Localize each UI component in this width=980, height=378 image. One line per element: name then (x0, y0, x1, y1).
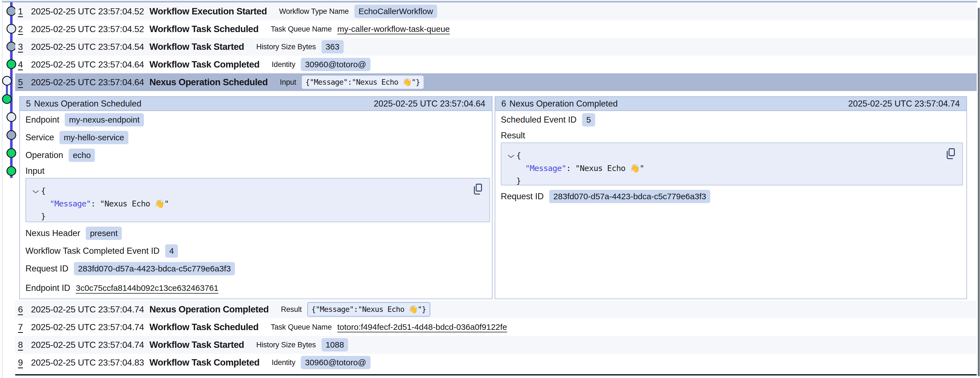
event-id: 6 (18, 305, 31, 315)
result-label: Result (495, 129, 966, 142)
event-row-1[interactable]: 1 2025-02-25 UTC 23:57:04.52 Workflow Ex… (15, 3, 977, 20)
event-dot-4 (7, 60, 16, 69)
field-label: Service (25, 132, 54, 142)
field-value-badge: 283fd070-d57a-4423-bdca-c5c779e6a3f3 (74, 262, 235, 275)
event-id-link[interactable]: 8 (18, 340, 23, 350)
event-row-9[interactable]: 9 2025-02-25 UTC 23:57:04.83 Workflow Ta… (15, 354, 977, 372)
json-line-open: { (41, 185, 490, 197)
event-row-2[interactable]: 2 2025-02-25 UTC 23:57:04.52 Workflow Ta… (15, 20, 977, 38)
json-line-close: } (41, 210, 490, 223)
event-timestamp: 2025-02-25 UTC 23:57:04.74 (31, 305, 150, 315)
json-value: "Nexus Echo 👋" (100, 199, 169, 208)
event-detail-label: Identity (272, 60, 295, 69)
event-row-3[interactable]: 3 2025-02-25 UTC 23:57:04.54 Workflow Ta… (15, 38, 977, 56)
event-detail-value-badge: 1088 (321, 338, 348, 351)
event-detail-label: Task Queue Name (270, 323, 332, 332)
event-detail-label: Task Queue Name (270, 25, 332, 33)
json-line-message: "Message": "Nexus Echo 👋" (516, 162, 962, 175)
json-collapse-chevron[interactable] (32, 190, 39, 194)
panel-event-name: Nexus Operation Completed (509, 99, 617, 109)
event-detail-label: History Size Bytes (256, 341, 316, 349)
event-id-link[interactable]: 3 (18, 42, 23, 52)
panel-header: 6 Nexus Operation Completed 2025-02-25 U… (495, 97, 966, 111)
field-value-badge: present (86, 226, 122, 240)
field-operation: Operation echo (20, 147, 492, 164)
json-line-close: } (516, 175, 962, 187)
field-value-badge: 283fd070-d57a-4423-bdca-c5c779e6a3f3 (549, 190, 710, 203)
json-collapse-chevron[interactable] (508, 154, 515, 159)
event-name: Workflow Task Started (150, 41, 244, 52)
history-scrollbar[interactable] (978, 8, 980, 376)
field-service: Service my-hello-service (20, 129, 492, 147)
json-key: "Message" (525, 164, 566, 173)
event-detail-value-badge: 30960@totoro@ (301, 356, 370, 369)
event-id: 4 (18, 59, 31, 70)
field-label: Nexus Header (25, 228, 80, 238)
input-code-block: { "Message": "Nexus Echo 👋" } (25, 178, 490, 222)
event-row-8[interactable]: 8 2025-02-25 UTC 23:57:04.74 Workflow Ta… (15, 336, 977, 354)
event-detail-value-badge: 30960@totoro@ (301, 58, 370, 71)
event-id-link[interactable]: 1 (18, 6, 23, 16)
event-name: Workflow Task Scheduled (150, 24, 258, 34)
copy-button[interactable] (945, 147, 956, 159)
event-row-5-selected[interactable]: 5 2025-02-25 UTC 23:57:04.64 Nexus Opera… (15, 73, 977, 91)
event-id-link[interactable]: 6 (18, 305, 23, 314)
json-value: "Nexus Echo 👋" (575, 164, 644, 173)
event-dot-10 (7, 167, 16, 175)
field-value-badge: my-nexus-endpoint (65, 113, 143, 126)
event-detail-label: History Size Bytes (256, 43, 316, 51)
event-id-link[interactable]: 2 (18, 24, 23, 34)
copy-button[interactable] (472, 183, 484, 195)
event-id: 2 (18, 24, 31, 34)
event-id: 1 (18, 6, 31, 17)
detail-panel-nexus-operation-scheduled: 5 Nexus Operation Scheduled 2025-02-25 U… (19, 96, 493, 299)
task-queue-link[interactable]: my-caller-workflow-task-queue (337, 24, 450, 34)
event-name: Workflow Task Completed (150, 357, 259, 368)
next-section-divider (15, 374, 977, 375)
panel-timestamp: 2025-02-25 UTC 23:57:04.64 (374, 99, 485, 109)
event-timestamp: 2025-02-25 UTC 23:57:04.52 (31, 6, 150, 17)
json-line-message: "Message": "Nexus Echo 👋" (41, 197, 490, 210)
event-dot-7 (7, 113, 16, 121)
field-value-badge: 5 (582, 113, 595, 126)
event-row-4[interactable]: 4 2025-02-25 UTC 23:57:04.64 Workflow Ta… (15, 56, 977, 73)
panel-body: Endpoint my-nexus-endpoint Service my-he… (20, 111, 492, 297)
field-wft-completed-event-id: Workflow Task Completed Event ID 4 (20, 242, 492, 260)
event-row-6[interactable]: 6 2025-02-25 UTC 23:57:04.74 Nexus Opera… (15, 300, 977, 318)
endpoint-id-link[interactable]: 3c0c75ccfa8144b092c13ce632463761 (76, 283, 218, 293)
event-detail-label: Identity (272, 358, 295, 367)
event-detail-label: Workflow Type Name (279, 7, 349, 16)
result-code-block: { "Message": "Nexus Echo 👋" } (501, 142, 963, 185)
event-id-link[interactable]: 9 (18, 357, 23, 367)
event-id: 3 (18, 42, 31, 52)
event-name: Nexus Operation Scheduled (150, 77, 268, 88)
event-id-link[interactable]: 4 (18, 59, 23, 69)
event-timestamp: 2025-02-25 UTC 23:57:04.74 (31, 340, 150, 350)
panel-event-name: Nexus Operation Scheduled (34, 99, 142, 109)
event-dot-9 (7, 148, 16, 158)
event-detail-value-json: {"Message":"Nexus Echo 👋"} (307, 302, 430, 317)
event-detail-value-badge: EchoCallerWorkflow (355, 5, 438, 18)
event-name: Workflow Task Scheduled (150, 322, 258, 332)
field-request-id: Request ID 283fd070-d57a-4423-bdca-c5c77… (495, 188, 966, 205)
input-label: Input (20, 164, 492, 178)
event-id-link[interactable]: 7 (18, 322, 23, 332)
event-detail-label: Result (281, 305, 302, 314)
event-id: 5 (18, 77, 31, 88)
event-dot-3 (7, 42, 16, 51)
event-id-link[interactable]: 5 (18, 77, 23, 87)
json-line-open: { (516, 149, 962, 162)
event-id: 9 (18, 357, 31, 368)
detail-panel-nexus-operation-completed: 6 Nexus Operation Completed 2025-02-25 U… (495, 96, 967, 299)
field-label: Scheduled Event ID (501, 115, 577, 125)
copy-icon (945, 147, 956, 159)
task-queue-link[interactable]: totoro:f494fecf-2d51-4d48-bdcd-036a0f912… (337, 322, 507, 332)
field-label: Operation (25, 150, 63, 160)
event-dot-1 (7, 6, 16, 16)
event-detail-value-badge: 363 (321, 40, 344, 53)
event-name: Nexus Operation Completed (150, 304, 269, 315)
panel-body: Scheduled Event ID 5 Result { "Message":… (495, 111, 966, 205)
event-row-7[interactable]: 7 2025-02-25 UTC 23:57:04.74 Workflow Ta… (15, 318, 977, 336)
field-label: Workflow Task Completed Event ID (25, 246, 160, 256)
field-value-badge: 4 (165, 244, 178, 258)
